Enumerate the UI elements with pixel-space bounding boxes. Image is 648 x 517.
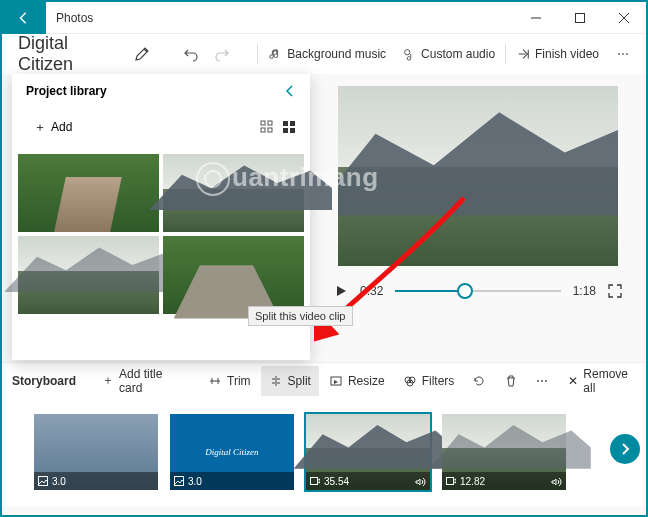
svg-point-2 [405,50,410,55]
add-title-card-button[interactable]: ＋ Add title card [94,366,179,396]
finish-video-button[interactable]: Finish video [508,37,607,71]
filters-button[interactable]: Filters [395,366,463,396]
seek-slider[interactable] [395,290,560,292]
trim-label: Trim [227,374,251,388]
resize-button[interactable]: Resize [321,366,393,396]
library-grid: ▶ ▶ ▶ ▶ [12,150,310,326]
storyboard-toolbar: Storyboard ＋ Add title card Trim Split R… [2,362,646,398]
more-button[interactable]: ⋯ [607,37,638,71]
image-icon [174,476,184,486]
clip-duration: 35.54 [324,476,349,487]
storyboard-clip[interactable]: 3.0 [34,414,158,490]
custom-audio-button[interactable]: Custom audio [394,37,503,71]
player-controls: 0:32 1:18 [328,266,628,298]
image-icon [38,476,48,486]
collapse-library-icon[interactable] [284,85,296,97]
split-icon [269,374,283,388]
storyboard-strip: 3.0 Digital Citizen 3.0 35.54 12.82 [2,398,646,506]
trim-button[interactable]: Trim [200,366,259,396]
resize-icon [329,374,343,388]
video-icon [310,476,320,486]
resize-label: Resize [348,374,385,388]
clip-duration: 3.0 [188,476,202,487]
filters-icon [403,374,417,388]
split-button[interactable]: Split [261,366,319,396]
svg-rect-4 [268,121,272,125]
add-media-button[interactable]: ＋ Add [26,112,80,142]
minimize-button[interactable] [514,2,558,34]
svg-rect-3 [261,121,265,125]
clip-duration: 3.0 [52,476,66,487]
plus-icon: ＋ [34,119,46,136]
svg-rect-6 [268,128,272,132]
plus-icon: ＋ [102,372,114,389]
close-icon: ✕ [568,374,578,388]
storyboard-clip[interactable]: 12.82 [442,414,566,490]
maximize-button[interactable] [558,2,602,34]
grid-large-icon[interactable] [282,120,296,134]
clip-duration: 12.82 [460,476,485,487]
project-library-heading: Project library [26,84,107,98]
filters-label: Filters [422,374,455,388]
project-toolbar: Digital Citizen Background music Custom … [2,34,646,74]
library-thumb[interactable]: ▶ [18,154,159,232]
finish-video-label: Finish video [535,47,599,61]
library-thumb[interactable]: ▶ [18,236,159,314]
rotate-button[interactable] [464,366,494,396]
video-icon [446,476,456,486]
total-time: 1:18 [573,284,596,298]
scroll-right-button[interactable] [610,434,640,464]
svg-rect-10 [290,128,295,133]
volume-icon[interactable] [414,476,426,488]
svg-rect-15 [39,477,48,486]
add-title-card-label: Add title card [119,367,171,395]
svg-rect-18 [447,478,454,485]
svg-rect-16 [175,477,184,486]
redo-button[interactable] [206,37,237,71]
undo-button[interactable] [175,37,206,71]
storyboard-clip-selected[interactable]: 35.54 [306,414,430,490]
split-tooltip: Split this video clip [248,306,353,326]
rotate-icon [472,374,486,388]
svg-rect-17 [311,478,318,485]
play-button[interactable] [334,284,348,298]
storyboard-title: Storyboard [12,374,92,388]
background-music-button[interactable]: Background music [260,37,394,71]
app-title: Photos [46,11,514,25]
storyboard-clip[interactable]: Digital Citizen 3.0 [170,414,294,490]
svg-rect-8 [290,121,295,126]
fullscreen-button[interactable] [608,284,622,298]
project-title: Digital Citizen [10,33,126,75]
trim-icon [208,374,222,388]
close-button[interactable] [602,2,646,34]
library-thumb[interactable]: ▶ [163,236,304,314]
add-media-label: Add [51,120,72,134]
svg-rect-9 [283,128,288,133]
back-button[interactable] [2,2,46,34]
split-label: Split [288,374,311,388]
library-thumb[interactable]: ▶ [163,154,304,232]
title-bar: Photos [2,2,646,34]
svg-rect-7 [283,121,288,126]
remove-all-button[interactable]: ✕ Remove all [560,366,636,396]
background-music-label: Background music [287,47,386,61]
more-clip-button[interactable]: ⋯ [528,366,556,396]
video-preview[interactable] [338,86,618,266]
svg-rect-1 [576,13,585,22]
delete-clip-button[interactable] [496,366,526,396]
volume-icon[interactable] [550,476,562,488]
edit-title-icon[interactable] [126,37,157,71]
svg-rect-5 [261,128,265,132]
remove-all-label: Remove all [583,367,628,395]
preview-column: 0:32 1:18 [310,74,646,360]
current-time: 0:32 [360,284,383,298]
trash-icon [504,374,518,388]
custom-audio-label: Custom audio [421,47,495,61]
grid-small-icon[interactable] [260,120,274,134]
